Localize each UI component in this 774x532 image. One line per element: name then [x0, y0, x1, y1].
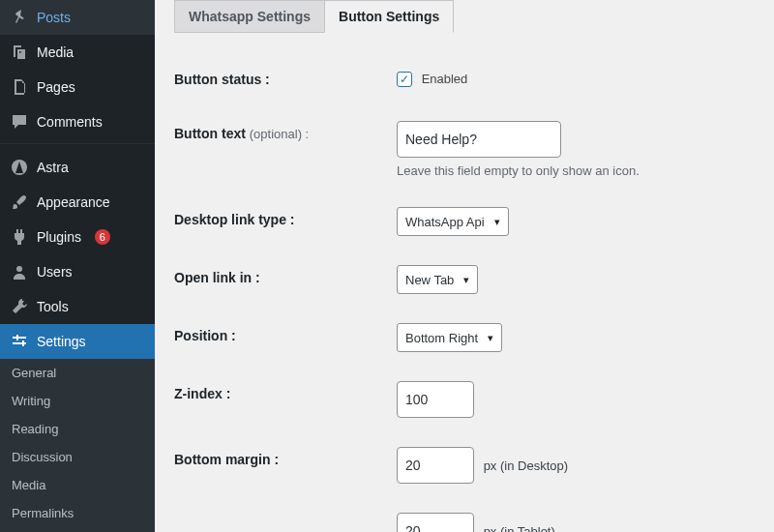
admin-sidebar: Posts Media Pages Comments Astra Appeara… — [0, 0, 155, 532]
sidebar-item-label: Posts — [37, 10, 71, 25]
select-value: Bottom Right — [405, 331, 478, 345]
sidebar-item-settings[interactable]: Settings — [0, 324, 155, 359]
select-position[interactable]: Bottom Right ▾ — [397, 323, 502, 352]
label-open-in: Open link in : — [174, 251, 387, 309]
page-icon — [10, 77, 29, 97]
sidebar-item-label: Pages — [37, 79, 75, 95]
select-desktop-link[interactable]: WhatsApp Api ▾ — [397, 207, 509, 236]
label-desktop-link: Desktop link type : — [174, 192, 387, 251]
checkbox-label: Enabled — [422, 72, 468, 86]
main-content: Whatsapp Settings Button Settings Button… — [155, 0, 774, 532]
plug-icon — [10, 227, 29, 247]
sidebar-item-label: Users — [37, 264, 73, 280]
sidebar-sub-privacy[interactable]: Privacy — [0, 527, 155, 532]
sidebar-item-media[interactable]: Media — [0, 35, 155, 70]
sidebar-sub-media[interactable]: Media — [0, 471, 155, 499]
brush-icon — [10, 192, 29, 212]
sidebar-item-plugins[interactable]: Plugins 6 — [0, 220, 155, 254]
help-button-text: Leave this field empty to only show an i… — [397, 163, 745, 178]
label-button-text: Button text — [174, 126, 246, 141]
comment-icon — [10, 112, 29, 132]
sidebar-item-appearance[interactable]: Appearance — [0, 185, 155, 220]
sidebar-item-label: Plugins — [37, 229, 81, 245]
label-zindex: Z-index : — [174, 367, 387, 432]
input-bottom-margin-desktop[interactable] — [397, 447, 474, 484]
label-bottom-margin: Bottom margin : — [174, 432, 387, 498]
sidebar-item-label: Astra — [37, 160, 69, 175]
unit-tablet: px (in Tablet) — [484, 524, 555, 532]
sidebar-separator — [0, 139, 155, 144]
sidebar-sub-general[interactable]: General — [0, 359, 155, 387]
sidebar-item-posts[interactable]: Posts — [0, 0, 155, 35]
label-position: Position : — [174, 309, 387, 367]
tab-button-settings[interactable]: Button Settings — [324, 0, 454, 33]
sidebar-sub-permalinks[interactable]: Permalinks — [0, 499, 155, 527]
update-badge: 6 — [95, 229, 110, 245]
sidebar-item-label: Tools — [37, 299, 69, 314]
sidebar-sub-discussion[interactable]: Discussion — [0, 443, 155, 471]
select-value: New Tab — [405, 273, 454, 287]
tab-whatsapp-settings[interactable]: Whatsapp Settings — [174, 0, 325, 33]
settings-tabs: Whatsapp Settings Button Settings — [174, 0, 755, 33]
media-icon — [10, 43, 29, 62]
select-value: WhatsApp Api — [405, 215, 485, 229]
chevron-down-icon: ▾ — [488, 332, 493, 344]
unit-desktop: px (in Desktop) — [484, 458, 568, 473]
input-bottom-margin-tablet[interactable] — [397, 513, 474, 532]
select-open-in[interactable]: New Tab ▾ — [397, 265, 478, 294]
sidebar-item-label: Comments — [37, 114, 103, 130]
label-button-status: Button status : — [174, 52, 387, 106]
input-button-text[interactable] — [397, 121, 561, 158]
svg-point-1 — [16, 266, 22, 272]
checkbox-button-status[interactable]: ✓ — [397, 72, 412, 87]
label-optional: (optional) : — [250, 127, 309, 141]
sidebar-item-label: Media — [37, 44, 74, 60]
sidebar-item-astra[interactable]: Astra — [0, 150, 155, 185]
input-zindex[interactable] — [397, 381, 474, 418]
wrench-icon — [10, 297, 29, 316]
sidebar-item-pages[interactable]: Pages — [0, 70, 155, 104]
sliders-icon — [10, 332, 29, 351]
sidebar-sub-reading[interactable]: Reading — [0, 415, 155, 443]
sidebar-item-comments[interactable]: Comments — [0, 104, 155, 139]
sidebar-sub-writing[interactable]: Writing — [0, 387, 155, 415]
chevron-down-icon: ▾ — [494, 216, 500, 228]
chevron-down-icon: ▾ — [463, 274, 469, 286]
sidebar-item-label: Settings — [37, 334, 86, 349]
check-icon: ✓ — [400, 74, 409, 85]
sidebar-item-users[interactable]: Users — [0, 254, 155, 289]
sidebar-item-label: Appearance — [37, 194, 110, 210]
sidebar-item-tools[interactable]: Tools — [0, 289, 155, 324]
pin-icon — [10, 8, 29, 27]
settings-form: Button status : ✓ Enabled Button text (o… — [174, 52, 755, 532]
astra-icon — [10, 158, 29, 177]
user-icon — [10, 262, 29, 281]
